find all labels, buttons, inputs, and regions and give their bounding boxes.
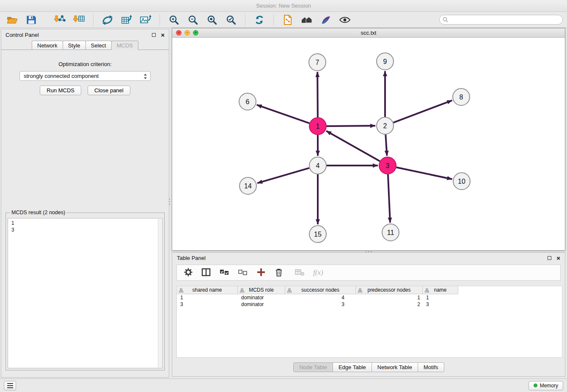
list-menu-icon xyxy=(7,383,13,388)
create-column-button[interactable] xyxy=(256,268,266,278)
save-session-button[interactable] xyxy=(23,13,39,27)
cell-shared-name[interactable]: 3 xyxy=(177,301,238,308)
cell-successor-nodes[interactable]: 4 xyxy=(285,294,356,301)
minimize-window-icon[interactable]: − xyxy=(184,30,190,36)
export-table-button[interactable] xyxy=(118,13,135,27)
float-panel-icon[interactable] xyxy=(548,256,551,260)
tab-edge-table[interactable]: Edge Table xyxy=(333,362,372,372)
close-panel-icon[interactable]: × xyxy=(161,32,165,38)
function-builder-button[interactable]: f(x) xyxy=(313,268,323,277)
network-document-button[interactable] xyxy=(280,13,296,27)
graph-node-3[interactable]: 3 xyxy=(379,157,396,174)
graph-edge-2-8[interactable] xyxy=(394,100,452,123)
tab-network-table[interactable]: Network Table xyxy=(372,362,418,372)
column-header-name[interactable]: name xyxy=(423,286,458,294)
cell-mcds-role[interactable]: dominator xyxy=(238,301,285,308)
graph-node-14[interactable]: 14 xyxy=(239,177,256,194)
network-window-titlebar[interactable]: × − + scc.txt xyxy=(172,28,565,38)
open-folder-icon xyxy=(6,15,18,25)
tab-style[interactable]: Style xyxy=(63,41,86,50)
task-history-button[interactable] xyxy=(4,381,16,390)
tab-select[interactable]: Select xyxy=(85,41,112,50)
import-table-button[interactable] xyxy=(71,13,87,27)
checked-boxes-icon xyxy=(219,268,229,277)
zoom-in-button[interactable] xyxy=(166,13,182,27)
graph-node-6[interactable]: 6 xyxy=(239,93,256,110)
graph-node-2[interactable]: 2 xyxy=(377,117,394,134)
graph-node-9[interactable]: 9 xyxy=(377,53,394,70)
delete-column-button[interactable] xyxy=(274,268,284,278)
network-view-window: × − + scc.txt 7968124314101511 xyxy=(172,28,565,251)
cell-shared-name[interactable]: 1 xyxy=(177,294,238,301)
close-panel-button[interactable]: Close panel xyxy=(88,86,130,95)
column-header-mcds-role[interactable]: MCDS role xyxy=(238,286,285,294)
tab-mcds[interactable]: MCDS xyxy=(111,41,138,50)
graphics-details-button[interactable] xyxy=(337,13,353,27)
import-network-button[interactable] xyxy=(52,13,68,27)
cell-name[interactable]: 1 xyxy=(423,294,458,301)
chevron-up-down-icon xyxy=(143,73,147,81)
new-network-button[interactable] xyxy=(99,13,116,27)
graph-edge-4-14[interactable] xyxy=(257,168,309,183)
table-settings-button[interactable] xyxy=(184,268,193,278)
graph-edge-2-3[interactable] xyxy=(385,135,387,156)
graph-node-11[interactable]: 11 xyxy=(382,224,399,241)
apply-layout-button[interactable] xyxy=(251,13,267,27)
select-all-button[interactable] xyxy=(219,268,229,278)
run-mcds-button[interactable]: Run MCDS xyxy=(40,86,81,95)
graph-node-10[interactable]: 10 xyxy=(453,173,470,190)
cell-mcds-role[interactable]: dominator xyxy=(238,294,285,301)
tab-network[interactable]: Network xyxy=(32,41,63,50)
tab-motifs[interactable]: Motifs xyxy=(418,362,444,372)
memory-button[interactable]: Memory xyxy=(528,381,563,390)
cell-name[interactable]: 3 xyxy=(423,301,458,308)
graph-edge-3-1[interactable] xyxy=(326,131,380,161)
graph-node-7[interactable]: 7 xyxy=(309,54,326,71)
export-image-button[interactable] xyxy=(138,13,154,27)
graph-node-label: 15 xyxy=(314,231,322,238)
close-panel-icon[interactable]: × xyxy=(556,255,560,261)
column-header-successor-nodes[interactable]: successor nodes xyxy=(285,286,356,294)
search-field-wrap xyxy=(439,15,563,25)
zoom-out-button[interactable] xyxy=(185,13,201,27)
column-hierarchy-icon xyxy=(425,288,429,294)
search-icon xyxy=(443,17,448,22)
zoom-out-icon xyxy=(187,14,198,25)
graph-node-8[interactable]: 8 xyxy=(453,88,470,105)
toolbar-separator xyxy=(273,14,274,25)
graph-edge-1-2[interactable] xyxy=(327,126,375,126)
float-panel-icon[interactable] xyxy=(152,33,156,37)
graph-edge-1-6[interactable] xyxy=(257,105,310,124)
search-input[interactable] xyxy=(439,15,563,25)
table-row[interactable]: 1 dominator 4 1 1 xyxy=(177,294,562,301)
zoom-selected-button[interactable] xyxy=(223,13,239,27)
table-row[interactable]: 3 dominator 3 2 3 xyxy=(177,301,562,308)
graph-node-15[interactable]: 15 xyxy=(309,226,326,243)
window-titlebar: Session: New Session xyxy=(0,0,567,12)
network-graph[interactable]: 7968124314101511 xyxy=(172,38,565,250)
graph-edge-1-7[interactable] xyxy=(317,72,318,117)
zoom-window-icon[interactable]: + xyxy=(193,30,198,36)
cell-successor-nodes[interactable]: 3 xyxy=(285,301,356,308)
visual-style-button[interactable] xyxy=(318,13,334,27)
show-columns-button[interactable] xyxy=(201,268,211,278)
graph-edge-3-11[interactable] xyxy=(388,174,390,223)
cell-predecessor-nodes[interactable]: 2 xyxy=(356,301,423,308)
column-header-shared-name[interactable]: shared name xyxy=(177,286,238,294)
optimization-criterion-dropdown[interactable]: strongly connected component xyxy=(19,71,151,81)
cell-predecessor-nodes[interactable]: 1 xyxy=(356,294,423,301)
delete-table-button[interactable] xyxy=(295,268,305,278)
graph-node-4[interactable]: 4 xyxy=(309,157,326,174)
column-header-predecessor-nodes[interactable]: predecessor nodes xyxy=(356,286,423,294)
tab-node-table[interactable]: Node Table xyxy=(293,362,333,372)
graph-edge-3-10[interactable] xyxy=(396,167,452,179)
graph-node-1[interactable]: 1 xyxy=(309,118,326,135)
network-canvas[interactable]: 7968124314101511 xyxy=(172,38,565,250)
result-scrollbar[interactable] xyxy=(158,219,162,367)
home-button[interactable] xyxy=(299,13,315,27)
mcds-result-box[interactable]: 1 3 xyxy=(8,218,162,368)
zoom-fit-button[interactable] xyxy=(204,13,220,27)
close-window-icon[interactable]: × xyxy=(176,30,182,36)
open-session-button[interactable] xyxy=(4,13,20,27)
deselect-all-button[interactable] xyxy=(238,268,248,278)
